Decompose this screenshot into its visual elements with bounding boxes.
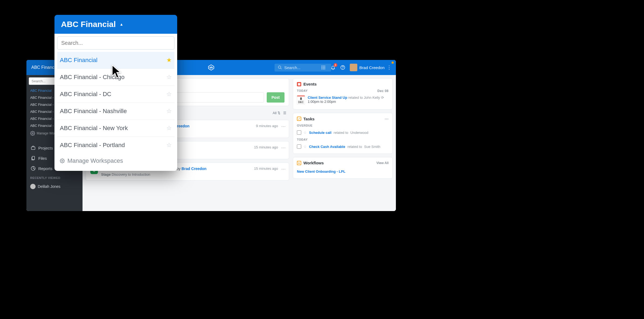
manage-workspaces[interactable]: Manage Workspaces	[57, 154, 174, 168]
svg-point-9	[323, 69, 324, 69]
check-icon: ✓	[297, 117, 301, 121]
filter-icon[interactable]: ☰	[283, 111, 286, 115]
calendar-icon: ▦	[297, 82, 301, 86]
feed-time: 15 minutes ago	[254, 167, 278, 171]
event-row[interactable]: 8DEC Client Service Stand Up related to …	[297, 94, 389, 106]
briefcase-icon	[31, 145, 36, 150]
workspace-option-label: ABC Financial - New York	[60, 125, 128, 132]
post-button[interactable]: Post	[267, 92, 285, 103]
task-link[interactable]: Schedule call	[309, 131, 331, 135]
recent-item[interactable]: Delilah Jones	[26, 182, 83, 191]
star-icon[interactable]: ☆	[166, 74, 172, 81]
event-contact[interactable]: John Kelly	[364, 96, 380, 100]
svg-point-16	[62, 160, 63, 162]
workspace-option[interactable]: ABC Financial - New York☆	[57, 120, 174, 137]
topbar-right: 3 Brad Creedon ⋮	[321, 64, 392, 71]
svg-point-7	[324, 67, 325, 68]
avatar	[350, 64, 357, 71]
avatar	[30, 184, 36, 189]
svg-point-5	[321, 67, 322, 68]
workflows-card: ▸ Workflows View All New Client Onboardi…	[293, 157, 393, 179]
kebab-icon: ⋮	[387, 65, 392, 70]
star-icon[interactable]: ☆	[166, 108, 172, 115]
feed-link-user[interactable]: Brad Creedon	[181, 167, 207, 171]
overlay-body: ABC Financial★ ABC Financial - Chicago☆ …	[54, 34, 177, 171]
workspace-option-label: ABC Financial - Portland	[60, 142, 125, 149]
svg-marker-0	[208, 65, 214, 70]
card-header: ▸ Workflows View All	[297, 161, 389, 165]
svg-point-4	[324, 66, 325, 66]
svg-rect-15	[32, 156, 35, 160]
card-header: ✓ Tasks ⋯	[297, 116, 389, 121]
caret-up-icon: ▲	[119, 22, 123, 26]
sort-icon: ⇅	[278, 111, 280, 115]
task-contact[interactable]: Underwood	[350, 131, 368, 135]
search-placeholder: Search...	[284, 65, 300, 70]
more-icon[interactable]: ⋯	[385, 116, 389, 121]
svg-point-13	[32, 133, 33, 134]
app-logo[interactable]	[208, 64, 214, 71]
refresh-icon: ⟳	[381, 96, 384, 100]
workspace-option[interactable]: ABC Financial - Portland☆	[57, 137, 174, 154]
task-row[interactable]: ☆ Check Cash Available related to Sue Sm…	[297, 143, 389, 150]
nav-label: Files	[38, 156, 47, 161]
card-title: Events	[303, 82, 317, 86]
task-checkbox[interactable]	[297, 130, 301, 135]
workflow-link[interactable]: New Client Onboarding - LPL	[297, 169, 345, 174]
piechart-icon	[31, 166, 36, 171]
star-icon[interactable]: ☆	[303, 130, 307, 135]
task-link[interactable]: Check Cash Available	[309, 145, 345, 149]
search-icon	[278, 65, 282, 70]
star-icon[interactable]: ☆	[303, 144, 307, 149]
workspace-option-label: ABC Financial - DC	[60, 91, 111, 98]
star-icon[interactable]: ☆	[166, 125, 172, 132]
nav-label: Projects	[38, 146, 53, 150]
svg-point-8	[321, 69, 322, 69]
workspace-option-label: ABC Financial	[60, 57, 97, 64]
section-label: TODAY	[297, 138, 389, 141]
workflow-row[interactable]: New Client Onboarding - LPL	[297, 168, 389, 175]
task-contact[interactable]: Sue Smith	[364, 145, 380, 149]
workspace-option-label: ABC Financial - Nashville	[60, 108, 127, 115]
star-icon[interactable]: ★	[166, 57, 172, 64]
user-menu[interactable]: Brad Creedon ⋮	[350, 64, 392, 71]
event-text: Client Service Stand Up related to John …	[308, 96, 389, 104]
filter-all[interactable]: All ⇅	[273, 111, 280, 115]
recent-item-label: Delilah Jones	[38, 184, 60, 189]
apps-icon[interactable]	[321, 65, 326, 70]
workspace-option[interactable]: ABC Financial - DC☆	[57, 86, 174, 103]
feed-time: 9 minutes ago	[256, 124, 278, 128]
more-icon[interactable]: ⋯	[281, 145, 286, 150]
overlay-header[interactable]: ABC Financial ▲	[54, 15, 177, 34]
section-label: TODAYDec 08	[297, 89, 389, 92]
cursor-icon	[111, 64, 123, 80]
events-card: ▦ Events TODAYDec 08 8DEC Client Service…	[293, 78, 393, 110]
help-icon[interactable]	[340, 65, 345, 70]
card-title: Workflows	[303, 161, 324, 165]
task-checkbox[interactable]	[297, 144, 301, 149]
more-icon[interactable]: ⋯	[281, 167, 286, 172]
event-time: 1:00pm to 2:00pm	[308, 100, 389, 104]
tasks-card: ✓ Tasks ⋯ OVERDUE ☆ Schedule call relate…	[293, 113, 393, 154]
svg-point-12	[342, 69, 343, 69]
bell-icon[interactable]: 3	[330, 65, 336, 70]
svg-point-1	[278, 66, 281, 68]
manage-workspaces-label: Manage Workspaces	[67, 157, 123, 164]
more-icon[interactable]: ⋯	[281, 124, 286, 129]
view-all-link[interactable]: View All	[376, 161, 389, 165]
notification-badge: 3	[334, 63, 337, 67]
user-name: Brad Creedon	[359, 65, 385, 70]
task-row[interactable]: ☆ Schedule call related to Underwood	[297, 129, 389, 136]
star-icon[interactable]: ☆	[166, 91, 172, 98]
overlay-search-input[interactable]	[57, 36, 174, 50]
svg-rect-14	[31, 147, 35, 150]
star-icon[interactable]: ☆	[166, 142, 172, 149]
gear-icon	[30, 131, 35, 136]
workspace-option[interactable]: ABC Financial - Nashville☆	[57, 103, 174, 120]
svg-point-6	[323, 67, 324, 68]
files-icon	[31, 156, 36, 161]
event-link[interactable]: Client Service Stand Up	[308, 96, 347, 100]
date-box: 8DEC	[297, 96, 305, 104]
feed-time: 15 minutes ago	[254, 145, 278, 149]
section-label: OVERDUE	[297, 124, 389, 127]
